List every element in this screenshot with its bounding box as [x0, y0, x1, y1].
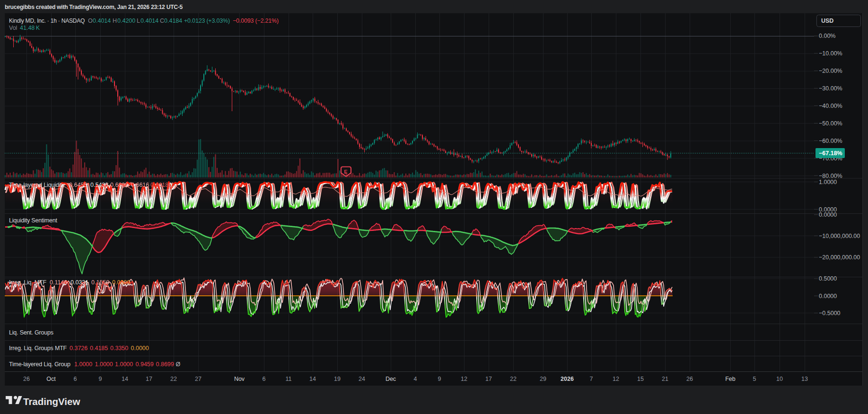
svg-text:11: 11	[286, 376, 292, 382]
svg-text:+0.0123 (+3.03%): +0.0123 (+3.03%)	[184, 18, 230, 24]
svg-text:26: 26	[686, 376, 693, 382]
svg-text:24: 24	[359, 376, 365, 382]
svg-text:0.00%: 0.00%	[819, 33, 835, 39]
svg-text:0.4184: 0.4184	[164, 18, 182, 24]
svg-text:26: 26	[23, 376, 30, 382]
svg-text:17: 17	[146, 376, 152, 382]
svg-text:L: L	[137, 18, 140, 24]
svg-text:H: H	[113, 18, 117, 24]
svg-text:0.5433: 0.5433	[90, 182, 108, 188]
svg-text:29: 29	[540, 376, 546, 382]
svg-text:−0.0093 (−2.21%): −0.0093 (−2.21%)	[233, 18, 279, 24]
svg-text:Feb: Feb	[725, 376, 736, 382]
svg-text:Time-layered Liquidity: Time-layered Liquidity	[9, 182, 65, 188]
svg-text:0.6455: 0.6455	[69, 182, 87, 188]
svg-text:Oct: Oct	[46, 376, 56, 382]
svg-text:−50.00%: −50.00%	[819, 120, 842, 127]
svg-text:15: 15	[637, 376, 644, 382]
svg-text:Kindly MD, Inc. · 1h · NASDAQ: Kindly MD, Inc. · 1h · NASDAQ	[9, 18, 85, 24]
svg-text:1.0000: 1.0000	[95, 361, 113, 368]
svg-text:19: 19	[334, 376, 341, 382]
svg-text:9: 9	[438, 376, 441, 382]
svg-text:Irreg. Liq. Groups MTF: Irreg. Liq. Groups MTF	[9, 345, 67, 352]
svg-text:−10,000,000.00: −10,000,000.00	[819, 233, 860, 239]
svg-text:1.0000: 1.0000	[819, 179, 837, 185]
svg-text:−30.00%: −30.00%	[819, 85, 842, 92]
svg-text:6: 6	[263, 376, 266, 382]
svg-text:9: 9	[99, 376, 102, 382]
svg-text:0.9459: 0.9459	[136, 361, 154, 368]
svg-text:17: 17	[485, 376, 492, 382]
svg-text:0: 0	[169, 182, 172, 188]
svg-text:0.0000: 0.0000	[819, 293, 837, 299]
svg-text:0.4200: 0.4200	[117, 18, 135, 24]
svg-text:22: 22	[510, 376, 517, 382]
svg-text:1.0000: 1.0000	[74, 361, 92, 368]
svg-text:−0.5000: −0.5000	[819, 310, 841, 317]
svg-text:−40.00%: −40.00%	[819, 103, 842, 109]
svg-text:0.4185: 0.4185	[90, 345, 108, 352]
svg-text:−20,000,000.00: −20,000,000.00	[819, 254, 860, 261]
svg-text:Time-layered Liq. Group: Time-layered Liq. Group	[9, 361, 70, 368]
svg-text:0.4014: 0.4014	[93, 18, 111, 24]
svg-text:0.6898: 0.6898	[110, 182, 128, 188]
svg-text:0.4014: 0.4014	[140, 18, 158, 24]
svg-text:Dec: Dec	[386, 376, 396, 382]
svg-text:Nov: Nov	[234, 376, 245, 382]
svg-text:14: 14	[309, 376, 316, 382]
svg-text:0.5000: 0.5000	[819, 275, 837, 282]
svg-text:Irreg. Liq. MTF: Irreg. Liq. MTF	[9, 279, 47, 286]
svg-text:0.0331: 0.0331	[70, 279, 88, 286]
svg-text:1.0000: 1.0000	[115, 361, 133, 368]
svg-text:12: 12	[461, 376, 467, 382]
svg-text:7: 7	[590, 376, 593, 382]
svg-text:14: 14	[122, 376, 128, 382]
svg-text:13: 13	[801, 376, 808, 382]
svg-text:12: 12	[613, 376, 619, 382]
svg-text:0.3726: 0.3726	[70, 345, 88, 352]
svg-text:5: 5	[753, 376, 756, 382]
svg-text:Vol: Vol	[9, 25, 17, 31]
svg-text:0.8699: 0.8699	[156, 361, 174, 368]
svg-text:0.0000: 0.0000	[112, 279, 130, 286]
svg-text:TradingView: TradingView	[23, 396, 80, 407]
svg-text:−20.00%: −20.00%	[819, 68, 842, 74]
svg-text:−60.00%: −60.00%	[819, 138, 842, 144]
svg-text:6: 6	[74, 376, 77, 382]
svg-text:Liq. Sent. Groups: Liq. Sent. Groups	[9, 329, 53, 336]
svg-text:2026: 2026	[561, 376, 574, 382]
svg-text:0.1146: 0.1146	[50, 279, 67, 286]
svg-text:Ø: Ø	[176, 361, 181, 368]
svg-text:41.48 K: 41.48 K	[20, 25, 40, 31]
svg-text:Liquidity Sentiment: Liquidity Sentiment	[9, 217, 58, 224]
svg-text:O: O	[88, 18, 93, 24]
svg-text:10: 10	[776, 376, 783, 382]
svg-text:4: 4	[414, 376, 417, 382]
svg-text:−67.18%: −67.18%	[819, 150, 842, 157]
svg-text:−80.00%: −80.00%	[819, 173, 842, 179]
svg-text:0.6616: 0.6616	[131, 182, 149, 188]
svg-text:0.1558: 0.1558	[91, 279, 109, 286]
svg-text:0.0000: 0.0000	[819, 211, 837, 218]
svg-text:C: C	[160, 18, 164, 24]
svg-text:21: 21	[662, 376, 668, 382]
svg-text:0.3350: 0.3350	[110, 345, 128, 352]
svg-text:0.0000: 0.0000	[131, 345, 149, 352]
svg-text:22: 22	[170, 376, 177, 382]
svg-text:−10.00%: −10.00%	[819, 50, 842, 57]
svg-text:USD: USD	[821, 18, 833, 24]
svg-text:0.6618: 0.6618	[150, 182, 168, 188]
svg-text:27: 27	[195, 376, 202, 382]
svg-text:E: E	[344, 169, 347, 175]
svg-text:brucegibbs created with Tradin: brucegibbs created with TradingView.com,…	[5, 4, 183, 10]
